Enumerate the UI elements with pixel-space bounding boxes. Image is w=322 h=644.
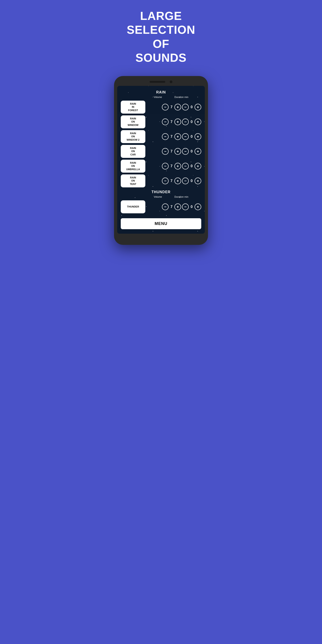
list-item: RAINONTENT − 7 + − 0 + [121,174,201,188]
volume-value: 7 [170,134,174,139]
duration-increase-btn[interactable]: + [194,148,201,155]
duration-decrease-btn[interactable]: − [182,148,189,155]
duration-decrease-btn[interactable]: − [182,104,189,110]
thunder-volume-header: Volume [154,196,162,198]
thunder-duration-increase-btn[interactable]: + [194,204,201,210]
volume-increase-btn[interactable]: + [174,118,181,125]
volume-value: 7 [170,105,174,109]
volume-increase-btn[interactable]: + [174,178,181,184]
list-item: THUNDER − 7 + − 0 + [121,200,201,213]
rain-section-headers: Volume Duration min [121,96,201,98]
duration-value: 0 [190,179,194,183]
volume-decrease-btn[interactable]: − [162,148,168,155]
duration-value: 0 [190,134,194,139]
thunder-duration-header: Duration min [174,196,188,198]
duration-value: 0 [190,120,194,124]
duration-header: Duration min [174,96,188,98]
thunder-duration-decrease-btn[interactable]: − [182,204,189,210]
list-item: RAINONUMBRELLA − 7 + − 0 + [121,160,201,173]
duration-increase-btn[interactable]: + [194,178,201,184]
volume-increase-btn[interactable]: + [174,104,181,110]
thunder-volume-increase-btn[interactable]: + [174,204,181,210]
phone-screen: RAIN Volume Duration min RAININFOREST − … [117,86,205,234]
duration-decrease-btn[interactable]: − [182,163,189,170]
rain-section-title: RAIN [121,90,201,94]
volume-decrease-btn[interactable]: − [162,178,168,184]
rain-on-tent-button[interactable]: RAINONTENT [121,174,145,188]
rain-in-forest-button[interactable]: RAININFOREST [121,100,145,114]
phone-bottom-bar [117,234,205,238]
rain-on-umbrella-button[interactable]: RAINONUMBRELLA [121,160,145,173]
rain-on-window-button[interactable]: RAINONWINDOW [121,116,145,128]
volume-value: 7 [170,164,174,168]
duration-increase-btn[interactable]: + [194,118,201,125]
phone-speaker [150,81,165,83]
duration-decrease-btn[interactable]: − [182,118,189,125]
list-item: RAINONWINDOW 2 − 7 + − 0 + [121,130,201,143]
list-item: RAINONWINDOW − 7 + − 0 + [121,116,201,128]
volume-decrease-btn[interactable]: − [162,104,168,110]
rain-on-car-button[interactable]: RAINONCAR [121,145,145,158]
rain-on-window2-button[interactable]: RAINONWINDOW 2 [121,130,145,143]
volume-decrease-btn[interactable]: − [162,163,168,170]
volume-value: 7 [170,120,174,124]
thunder-button[interactable]: THUNDER [121,200,145,213]
volume-decrease-btn[interactable]: − [162,133,168,140]
volume-increase-btn[interactable]: + [174,148,181,155]
phone-camera [170,80,172,83]
phone-device: RAIN Volume Duration min RAININFOREST − … [114,76,208,245]
duration-increase-btn[interactable]: + [194,133,201,140]
list-item: RAINONCAR − 7 + − 0 + [121,145,201,158]
list-item: RAININFOREST − 7 + − 0 + [121,100,201,114]
phone-top-bar [117,80,205,83]
duration-decrease-btn[interactable]: − [182,178,189,184]
duration-increase-btn[interactable]: + [194,104,201,110]
volume-increase-btn[interactable]: + [174,163,181,170]
thunder-volume-decrease-btn[interactable]: − [162,204,168,210]
duration-decrease-btn[interactable]: − [182,133,189,140]
volume-increase-btn[interactable]: + [174,133,181,140]
thunder-section-headers: Volume Duration min [121,196,201,198]
volume-value: 7 [170,149,174,154]
volume-decrease-btn[interactable]: − [162,118,168,125]
thunder-section-title: THUNDER [121,190,201,194]
duration-value: 0 [190,105,194,109]
duration-increase-btn[interactable]: + [194,163,201,170]
duration-value: 0 [190,149,194,154]
menu-button[interactable]: MENU [121,218,201,229]
thunder-volume-value: 7 [170,205,174,209]
page-title: LARGE SELECTION OF SOUNDS [127,9,196,65]
thunder-duration-value: 0 [190,205,194,209]
volume-header: Volume [154,96,162,98]
volume-value: 7 [170,179,174,183]
duration-value: 0 [190,164,194,168]
